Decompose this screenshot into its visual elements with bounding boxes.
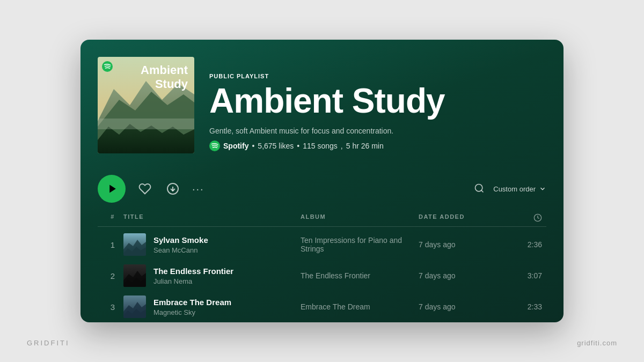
track-name: Sylvan Smoke [153, 235, 208, 245]
player-card: AmbientStudy PUBLIC PLAYLIST Ambient Stu… [80, 40, 564, 322]
more-options-button[interactable]: ··· [192, 183, 204, 195]
sort-button[interactable]: Custom order [493, 185, 546, 193]
meta-sep1: • [252, 142, 254, 150]
playlist-type: PUBLIC PLAYLIST [209, 73, 546, 79]
meta-sep3: , [341, 142, 343, 150]
track-info: The Endless Frontier Julian Nema [123, 264, 301, 287]
play-button[interactable] [98, 175, 126, 203]
track-date: 7 days ago [419, 302, 504, 311]
track-date: 7 days ago [419, 240, 504, 249]
track-artist: Julian Nema [153, 277, 233, 285]
svg-point-10 [475, 184, 482, 191]
svg-point-6 [209, 141, 220, 151]
track-album: The Endless Frontier [301, 271, 419, 280]
svg-point-5 [102, 61, 113, 72]
meta-sep2: • [297, 142, 299, 150]
playlist-info: PUBLIC PLAYLIST Ambient Study Gentle, so… [209, 73, 546, 153]
header-section: AmbientStudy PUBLIC PLAYLIST Ambient Stu… [80, 40, 564, 166]
svg-rect-4 [98, 119, 194, 129]
sort-label: Custom order [493, 185, 536, 193]
playlist-title: Ambient Study [209, 84, 546, 118]
table-row[interactable]: 2 The [98, 260, 546, 291]
track-album: Embrace The Dream [301, 302, 419, 311]
track-thumbnail [123, 233, 146, 256]
track-duration: 2:33 [504, 302, 542, 311]
col-header-date: DATE ADDED [419, 213, 504, 222]
col-header-title: TITLE [123, 213, 301, 222]
col-header-album: ALBUM [301, 213, 419, 222]
watermark-right: gridfiti.com [577, 339, 617, 347]
track-name: Embrace The Dream [153, 298, 231, 307]
table-row[interactable]: 1 Syl [98, 229, 546, 260]
track-thumbnail [123, 295, 146, 318]
track-album: Ten Impressions for Piano and Strings [301, 236, 419, 253]
duration: 5 hr 26 min [346, 142, 384, 150]
track-meta: The Endless Frontier Julian Nema [153, 267, 233, 285]
likes-count: 5,675 likes [258, 142, 294, 150]
spotify-logo-small [102, 61, 113, 74]
col-header-duration [504, 213, 542, 222]
brand-name: Spotify [223, 142, 248, 150]
download-button[interactable] [164, 180, 181, 197]
track-thumbnail [123, 264, 146, 287]
track-table: # TITLE ALBUM DATE ADDED 1 [80, 211, 564, 322]
clock-icon [533, 213, 542, 222]
track-artist: Magnetic Sky [153, 308, 231, 316]
svg-line-11 [481, 190, 484, 192]
track-duration: 2:36 [504, 240, 542, 249]
track-date: 7 days ago [419, 271, 504, 280]
track-meta: Sylvan Smoke Sean McCann [153, 235, 208, 254]
watermark-left: GRIDFITI [27, 339, 70, 347]
svg-marker-7 [109, 185, 116, 193]
album-art: AmbientStudy [98, 57, 194, 153]
track-number: 1 [102, 240, 123, 249]
table-header: # TITLE ALBUM DATE ADDED [98, 211, 546, 227]
songs-count: 115 songs [303, 142, 338, 150]
album-art-title: AmbientStudy [141, 63, 188, 92]
track-number: 3 [102, 302, 123, 312]
playlist-meta: Spotify • 5,675 likes • 115 songs , 5 hr… [209, 141, 546, 151]
track-artist: Sean McCann [153, 246, 208, 254]
controls-section: ··· Custom order [80, 166, 564, 211]
track-meta: Embrace The Dream Magnetic Sky [153, 298, 231, 316]
search-button[interactable] [474, 183, 485, 195]
track-name: The Endless Frontier [153, 267, 233, 276]
track-duration: 3:07 [504, 271, 542, 280]
spotify-brand-icon [209, 141, 220, 151]
track-list: 1 Syl [98, 229, 546, 322]
controls-right: Custom order [474, 183, 546, 195]
track-info: Embrace The Dream Magnetic Sky [123, 295, 301, 318]
col-header-num: # [102, 213, 123, 222]
track-number: 2 [102, 271, 123, 280]
track-info: Sylvan Smoke Sean McCann [123, 233, 301, 256]
chevron-down-icon [539, 185, 546, 193]
playlist-description: Gentle, soft Ambient music for focus and… [209, 127, 546, 135]
table-row[interactable]: 3 Emb [98, 291, 546, 322]
like-button[interactable] [136, 180, 153, 197]
